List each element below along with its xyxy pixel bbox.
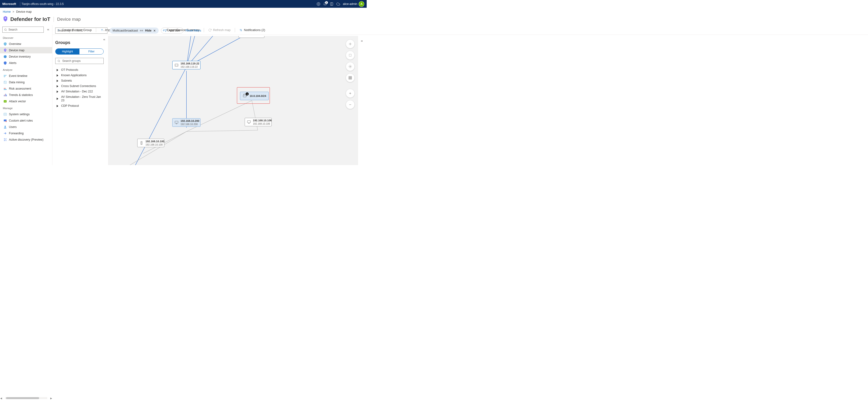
selection-tool-button[interactable]: [346, 51, 354, 60]
shield-icon: [3, 42, 7, 46]
display-options-button[interactable]: [346, 73, 354, 82]
group-item[interactable]: OT Protocols: [55, 67, 105, 73]
svg-point-35: [4, 126, 6, 127]
nav-data-mining-label: Data mining: [9, 81, 25, 84]
sensor-label: Tianjin-offices-south-wing - 22.3.5: [22, 2, 64, 6]
node-ip-secondary: 192.168.119.22: [181, 65, 199, 68]
ip-mac-search-input[interactable]: Search by IP / MAC: [55, 28, 107, 34]
filter-chip-remove-icon[interactable]: ✕: [153, 29, 156, 32]
group-item[interactable]: AV Simulation - Zero Trust Jan 23: [55, 94, 105, 103]
caret-right-icon: [57, 69, 58, 71]
collapse-sidebar-icon[interactable]: [46, 28, 50, 31]
group-item[interactable]: Cross Subnet Connections: [55, 84, 105, 89]
svg-point-12: [4, 29, 6, 31]
subnet-group-node[interactable]: 1 10.0.104.0/24: [237, 87, 270, 104]
nav-forwarding-label: Forwarding: [9, 132, 24, 135]
svg-rect-21: [4, 89, 7, 90]
svg-point-76: [350, 66, 351, 67]
device-node[interactable]: 192.168.10.100192.168.10.100: [137, 139, 164, 147]
nav-device-inventory-label: Device inventory: [9, 55, 31, 58]
sidebar-search-input[interactable]: Search: [2, 27, 44, 33]
caret-right-icon: [57, 85, 58, 88]
device-node[interactable]: 192.168.119.22192.168.119.22: [172, 61, 200, 69]
chart-icon: [3, 93, 7, 97]
svg-rect-59: [243, 95, 246, 97]
nav-users-label: Users: [9, 125, 17, 129]
group-item[interactable]: Subnets: [55, 78, 105, 84]
nav-event-timeline[interactable]: Event timeline: [0, 73, 52, 79]
layout-options-button[interactable]: [346, 62, 354, 71]
whats-new-icon[interactable]: [328, 1, 335, 7]
add-filter-button[interactable]: Add filter: [161, 28, 183, 34]
group-item[interactable]: Known Applications: [55, 73, 105, 78]
nav-users[interactable]: Users: [0, 124, 52, 130]
nav-data-mining[interactable]: Data mining: [0, 79, 52, 85]
settings-icon[interactable]: [315, 1, 322, 7]
caret-right-icon: [57, 80, 58, 82]
group-item[interactable]: CDP Protocol: [55, 103, 105, 109]
groups-title: Groups: [55, 40, 105, 45]
nav-trends-statistics-label: Trends & statistics: [9, 93, 33, 97]
svg-point-0: [318, 3, 319, 4]
nav-risk-assessment[interactable]: Risk assessment: [0, 85, 52, 92]
nav-attack-vector[interactable]: Attack vector: [0, 98, 52, 104]
node-ip-primary: 192.168.10.200: [181, 119, 199, 123]
svg-rect-16: [4, 76, 6, 76]
caret-right-icon: [57, 105, 58, 107]
expand-right-panel-icon[interactable]: [360, 39, 363, 43]
nav-alerts[interactable]: Alerts: [0, 60, 52, 66]
nav-device-map[interactable]: Device map: [0, 47, 52, 53]
avatar[interactable]: A: [359, 1, 364, 7]
svg-rect-25: [5, 94, 6, 96]
subnet-label: 10.0.104.0/24: [250, 95, 266, 97]
svg-line-46: [135, 67, 186, 165]
svg-rect-60: [175, 121, 178, 123]
groups-search-input[interactable]: Search groups: [55, 58, 104, 64]
groups-mode-highlight[interactable]: Highlight: [56, 49, 80, 54]
timeline-icon: [3, 74, 7, 78]
reset-filters-link[interactable]: Reset filters: [186, 29, 201, 32]
title-divider: [54, 17, 54, 22]
svg-line-20: [5, 82, 6, 83]
caret-right-icon: [57, 98, 58, 100]
zoom-out-button[interactable]: [346, 100, 354, 109]
settings-list-icon: [3, 113, 7, 116]
breadcrumb-home[interactable]: Home: [3, 10, 10, 13]
nav-forwarding[interactable]: Forwarding: [0, 130, 52, 136]
device-map-canvas[interactable]: 192.168.119.22192.168.119.22 1 10.0.104.…: [108, 36, 358, 165]
nav-section-discover: Discover: [0, 34, 52, 41]
device-node[interactable]: [239, 36, 265, 38]
groups-mode-toggle[interactable]: Highlight Filter: [55, 49, 104, 55]
nav-device-inventory[interactable]: Device inventory: [0, 53, 52, 60]
groups-mode-filter[interactable]: Filter: [80, 49, 103, 54]
notifications-icon[interactable]: 1: [322, 1, 328, 7]
collapse-groups-icon[interactable]: [103, 38, 106, 42]
user-icon: [3, 125, 7, 129]
svg-rect-22: [4, 88, 6, 89]
monitor-icon: [247, 120, 251, 124]
nav-device-map-label: Device map: [9, 49, 25, 52]
nav-alerts-label: Alerts: [9, 61, 17, 65]
fit-to-screen-button[interactable]: [346, 40, 354, 48]
cloud-icon[interactable]: [335, 1, 342, 7]
group-item[interactable]: AV Simulation - Dec 222: [55, 89, 105, 94]
nav-trends-statistics[interactable]: Trends & statistics: [0, 92, 52, 98]
sidebar-search-placeholder: Search: [8, 28, 18, 31]
svg-rect-75: [349, 54, 351, 56]
filter-chip-op: ==: [140, 29, 143, 32]
nav-overview[interactable]: Overview: [0, 41, 52, 47]
node-ip-primary: 192.168.119.22: [181, 62, 199, 65]
device-node[interactable]: 192.168.10.106192.168.10.106: [245, 118, 272, 126]
nav-active-discovery[interactable]: Active discovery (Preview): [0, 136, 52, 143]
nav-active-discovery-label: Active discovery (Preview): [9, 138, 43, 141]
data-mining-icon: [3, 81, 7, 84]
nav-system-settings[interactable]: System settings: [0, 111, 52, 117]
code-icon: [175, 63, 179, 67]
svg-rect-77: [349, 76, 352, 79]
zoom-in-button[interactable]: [346, 89, 354, 98]
nav-custom-alert-rules[interactable]: Custom alert rules: [0, 117, 52, 124]
svg-rect-30: [4, 113, 7, 116]
filter-chip-multicast[interactable]: Multicast/broadcast == Hide ✕: [110, 28, 159, 34]
device-node[interactable]: 192.168.10.200192.168.10.200: [172, 118, 200, 127]
breadcrumb-current: Device map: [16, 10, 32, 13]
